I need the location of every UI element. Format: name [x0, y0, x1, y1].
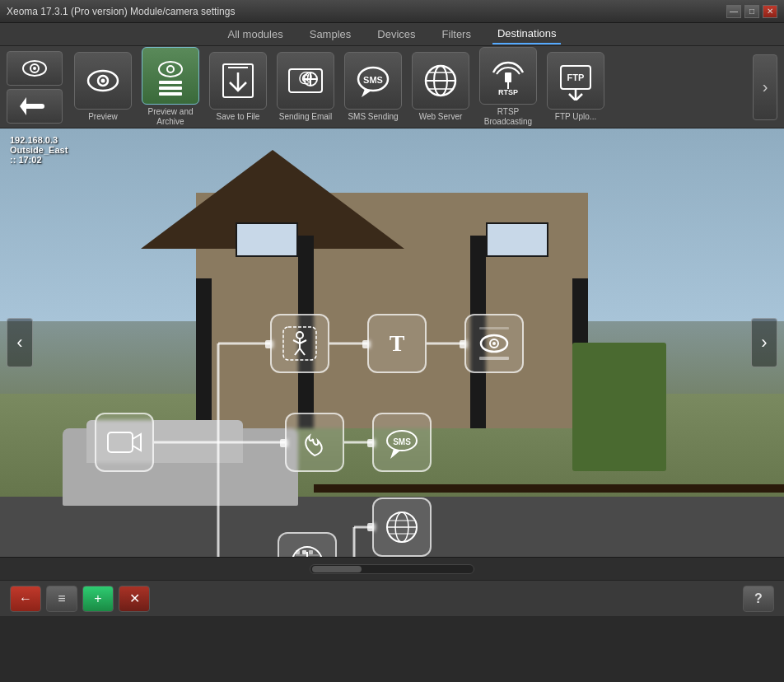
module-preview-archive-label: Preview and Archive	[140, 107, 202, 127]
canvas-next-arrow[interactable]: ›	[751, 318, 777, 367]
svg-line-60	[293, 340, 300, 343]
module-sending-email-icon: @	[277, 52, 334, 110]
module-rtsp[interactable]: RTSP RTSP Broadcasting	[476, 47, 540, 127]
scrollbar-track[interactable]	[310, 564, 474, 574]
node-motion[interactable]	[270, 314, 329, 373]
svg-rect-68	[479, 327, 509, 329]
svg-text:FTP: FTP	[567, 72, 585, 82]
tab-all-modules[interactable]: All modules	[223, 25, 288, 44]
node-preview-out[interactable]	[464, 314, 524, 373]
svg-rect-76	[296, 550, 300, 554]
module-preview[interactable]: Preview	[71, 52, 135, 122]
module-preview-archive[interactable]: Preview and Archive	[138, 47, 203, 127]
back-button[interactable]: ←	[10, 586, 41, 612]
main-canvas: 192.168.0.3 Outside_East :: 17:02 ‹ ›	[0, 128, 784, 557]
module-save-file-icon	[209, 52, 267, 110]
node-fire[interactable]	[285, 413, 344, 472]
module-ftp-upload-icon: FTP	[547, 52, 604, 110]
svg-rect-29	[505, 72, 511, 82]
window-title: Xeoma 17.3.1 (Pro version) Module/camera…	[7, 6, 235, 17]
pipeline: T SMS	[0, 128, 784, 557]
module-ftp-upload[interactable]: FTP FTP Uplo...	[544, 52, 608, 122]
svg-rect-77	[302, 550, 306, 554]
module-rtsp-label: RTSP Broadcasting	[478, 107, 539, 127]
list-button[interactable]: ≡	[46, 586, 77, 612]
toolbar-buttons-left: ← ≡ + ✕	[10, 586, 150, 612]
svg-rect-78	[309, 550, 313, 554]
tab-filters[interactable]: Filters	[437, 25, 476, 44]
svg-point-66	[492, 342, 496, 345]
camera-location: Outside_East	[10, 145, 68, 155]
module-sending-email-label: Sending Email	[279, 112, 332, 122]
tab-samples[interactable]: Samples	[305, 25, 357, 44]
svg-line-62	[295, 348, 300, 355]
svg-rect-67	[479, 357, 509, 360]
svg-marker-71	[390, 449, 400, 459]
svg-text:SMS: SMS	[393, 437, 411, 446]
bottom-toolbar: ← ≡ + ✕ ?	[0, 580, 784, 616]
camera-ip: 192.168.0.3	[10, 135, 68, 145]
canvas-prev-arrow[interactable]: ‹	[7, 318, 33, 367]
svg-text:RTSP: RTSP	[498, 88, 518, 96]
text-node-label: T	[390, 330, 405, 357]
window-controls: — □ ✕	[726, 5, 777, 18]
node-camera[interactable]	[95, 413, 154, 472]
node-scheduler[interactable]	[278, 532, 337, 557]
svg-rect-12	[159, 92, 182, 96]
module-sms-sending-icon: SMS	[344, 52, 402, 110]
back-quick-icon[interactable]	[7, 89, 63, 124]
modules-next-arrow[interactable]: ›	[753, 54, 777, 120]
module-web-server-icon	[412, 52, 469, 110]
svg-rect-11	[159, 86, 182, 90]
svg-point-58	[296, 332, 303, 339]
svg-marker-56	[133, 434, 141, 451]
delete-button[interactable]: ✕	[119, 586, 150, 612]
bottom-scrollbar	[0, 557, 784, 580]
node-text[interactable]: T	[367, 314, 427, 373]
svg-point-8	[159, 62, 182, 77]
titlebar: Xeoma 17.3.1 (Pro version) Module/camera…	[0, 0, 784, 23]
close-button[interactable]: ✕	[763, 5, 777, 18]
svg-text:SMS: SMS	[363, 75, 383, 85]
add-button[interactable]: +	[82, 586, 114, 612]
scrollbar-thumb[interactable]	[312, 566, 362, 572]
quick-icons	[7, 51, 63, 124]
node-sms[interactable]: SMS	[372, 413, 432, 472]
modules-bar: Preview Preview and Archive Save to File	[0, 46, 784, 128]
module-sms-sending[interactable]: SMS SMS Sending	[341, 52, 405, 122]
module-preview-icon	[74, 52, 132, 110]
svg-point-9	[167, 66, 174, 72]
node-web[interactable]	[372, 497, 432, 557]
svg-line-61	[300, 340, 306, 343]
module-preview-archive-icon	[142, 47, 199, 105]
module-rtsp-icon: RTSP	[479, 47, 537, 105]
help-button[interactable]: ?	[743, 586, 774, 612]
module-sending-email[interactable]: @ Sending Email	[273, 52, 338, 122]
module-sms-sending-label: SMS Sending	[348, 112, 398, 122]
svg-point-7	[101, 79, 105, 83]
svg-text:@: @	[298, 69, 313, 86]
svg-rect-55	[108, 432, 133, 452]
camera-timestamp: :: 17:02	[10, 155, 68, 165]
module-web-server-label: Web Server	[419, 112, 463, 122]
tab-destinations[interactable]: Destinations	[492, 24, 562, 44]
svg-line-63	[300, 348, 305, 355]
eye-quick-icon[interactable]	[7, 51, 63, 86]
camera-info: 192.168.0.3 Outside_East :: 17:02	[10, 135, 68, 165]
nav-bar: All modules Samples Devices Filters Dest…	[0, 23, 784, 46]
svg-point-2	[33, 67, 36, 70]
module-save-file-label: Save to File	[217, 112, 260, 122]
module-preview-label: Preview	[88, 112, 118, 122]
module-ftp-upload-label: FTP Uplo...	[555, 112, 596, 122]
svg-marker-4	[20, 97, 26, 115]
maximize-button[interactable]: □	[744, 5, 759, 18]
minimize-button[interactable]: —	[726, 5, 741, 18]
module-web-server[interactable]: Web Server	[408, 52, 473, 122]
svg-rect-10	[159, 81, 182, 84]
module-save-file[interactable]: Save to File	[206, 52, 270, 122]
tab-devices[interactable]: Devices	[372, 25, 420, 44]
